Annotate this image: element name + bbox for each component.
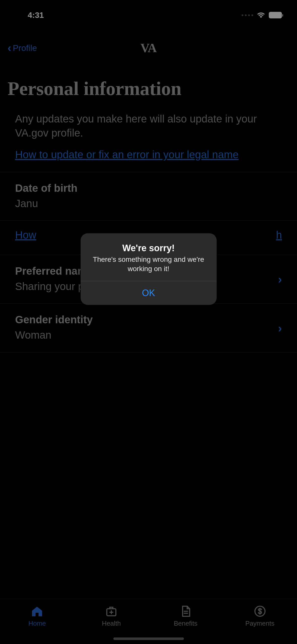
alert-backdrop[interactable]: We're sorry! There's something wrong and… — [0, 0, 297, 644]
alert-ok-button[interactable]: OK — [81, 281, 217, 305]
alert-message: There's something wrong and we're workin… — [89, 255, 209, 273]
alert-title: We're sorry! — [89, 243, 209, 253]
alert-dialog: We're sorry! There's something wrong and… — [81, 233, 217, 305]
